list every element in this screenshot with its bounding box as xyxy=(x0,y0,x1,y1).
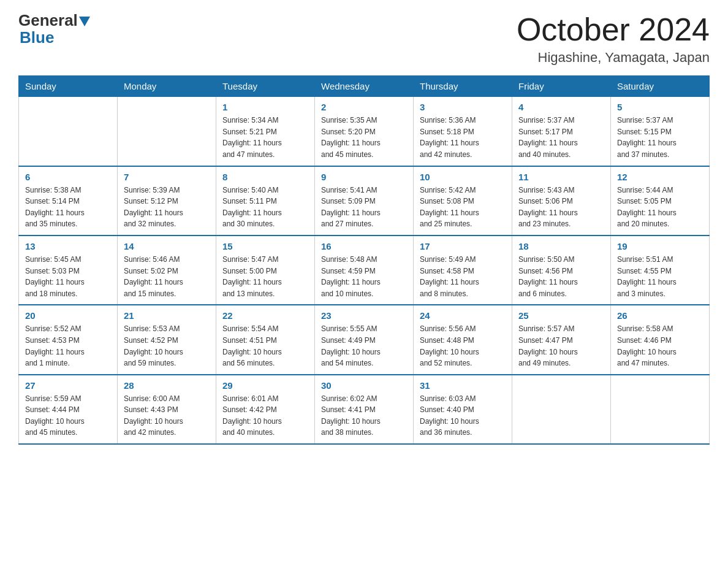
day-info: Sunrise: 5:39 AM Sunset: 5:12 PM Dayligh… xyxy=(124,185,210,230)
logo: General Blue xyxy=(18,12,91,47)
logo-general-text: General xyxy=(18,12,78,28)
calendar-cell: 15Sunrise: 5:47 AM Sunset: 5:00 PM Dayli… xyxy=(216,236,315,305)
day-number: 4 xyxy=(518,102,604,112)
day-info: Sunrise: 5:37 AM Sunset: 5:17 PM Dayligh… xyxy=(518,115,604,160)
calendar-cell: 7Sunrise: 5:39 AM Sunset: 5:12 PM Daylig… xyxy=(118,166,216,236)
day-info: Sunrise: 5:52 AM Sunset: 4:53 PM Dayligh… xyxy=(25,323,111,369)
calendar-cell: 25Sunrise: 5:57 AM Sunset: 4:47 PM Dayli… xyxy=(512,305,611,374)
calendar-cell: 31Sunrise: 6:03 AM Sunset: 4:40 PM Dayli… xyxy=(414,375,512,444)
calendar-header-row: SundayMondayTuesdayWednesdayThursdayFrid… xyxy=(19,76,710,97)
calendar-cell: 11Sunrise: 5:43 AM Sunset: 5:06 PM Dayli… xyxy=(512,166,611,236)
column-header-monday: Monday xyxy=(118,76,216,97)
day-number: 3 xyxy=(420,102,506,112)
day-number: 5 xyxy=(617,102,703,112)
day-info: Sunrise: 5:43 AM Sunset: 5:06 PM Dayligh… xyxy=(518,185,604,230)
title-block: October 2024 Higashine, Yamagata, Japan xyxy=(517,12,710,66)
day-info: Sunrise: 6:02 AM Sunset: 4:41 PM Dayligh… xyxy=(321,393,407,439)
day-info: Sunrise: 5:49 AM Sunset: 4:58 PM Dayligh… xyxy=(420,254,506,299)
calendar-cell: 27Sunrise: 5:59 AM Sunset: 4:44 PM Dayli… xyxy=(19,375,118,444)
calendar-cell xyxy=(611,375,710,444)
calendar-cell: 26Sunrise: 5:58 AM Sunset: 4:46 PM Dayli… xyxy=(611,305,710,374)
day-number: 26 xyxy=(617,310,703,321)
calendar-cell: 6Sunrise: 5:38 AM Sunset: 5:14 PM Daylig… xyxy=(19,166,118,236)
day-info: Sunrise: 5:38 AM Sunset: 5:14 PM Dayligh… xyxy=(25,185,111,230)
calendar-cell: 19Sunrise: 5:51 AM Sunset: 4:55 PM Dayli… xyxy=(611,236,710,305)
calendar-cell: 22Sunrise: 5:54 AM Sunset: 4:51 PM Dayli… xyxy=(216,305,315,374)
month-year-title: October 2024 xyxy=(517,12,710,47)
calendar-cell: 21Sunrise: 5:53 AM Sunset: 4:52 PM Dayli… xyxy=(118,305,216,374)
day-number: 22 xyxy=(222,310,308,321)
day-number: 7 xyxy=(124,172,210,182)
day-info: Sunrise: 5:41 AM Sunset: 5:09 PM Dayligh… xyxy=(321,185,407,230)
logo-blue-text: Blue xyxy=(20,28,54,47)
calendar-cell: 28Sunrise: 6:00 AM Sunset: 4:43 PM Dayli… xyxy=(118,375,216,444)
calendar-cell: 20Sunrise: 5:52 AM Sunset: 4:53 PM Dayli… xyxy=(19,305,118,374)
column-header-thursday: Thursday xyxy=(414,76,512,97)
day-info: Sunrise: 5:54 AM Sunset: 4:51 PM Dayligh… xyxy=(222,323,308,369)
day-info: Sunrise: 5:36 AM Sunset: 5:18 PM Dayligh… xyxy=(420,115,506,160)
day-number: 8 xyxy=(222,172,308,182)
column-header-sunday: Sunday xyxy=(19,76,118,97)
column-header-saturday: Saturday xyxy=(611,76,710,97)
calendar-cell: 29Sunrise: 6:01 AM Sunset: 4:42 PM Dayli… xyxy=(216,375,315,444)
column-header-tuesday: Tuesday xyxy=(216,76,315,97)
day-number: 14 xyxy=(124,241,210,251)
day-info: Sunrise: 6:03 AM Sunset: 4:40 PM Dayligh… xyxy=(420,393,506,439)
column-header-friday: Friday xyxy=(512,76,611,97)
day-number: 15 xyxy=(222,241,308,251)
calendar-table: SundayMondayTuesdayWednesdayThursdayFrid… xyxy=(18,75,710,445)
day-number: 17 xyxy=(420,241,506,251)
day-info: Sunrise: 5:34 AM Sunset: 5:21 PM Dayligh… xyxy=(222,115,308,160)
calendar-cell: 18Sunrise: 5:50 AM Sunset: 4:56 PM Dayli… xyxy=(512,236,611,305)
calendar-week-row: 6Sunrise: 5:38 AM Sunset: 5:14 PM Daylig… xyxy=(19,166,710,236)
day-info: Sunrise: 5:50 AM Sunset: 4:56 PM Dayligh… xyxy=(518,254,604,299)
day-number: 13 xyxy=(25,241,111,251)
day-number: 11 xyxy=(518,172,604,182)
calendar-cell: 12Sunrise: 5:44 AM Sunset: 5:05 PM Dayli… xyxy=(611,166,710,236)
calendar-cell: 10Sunrise: 5:42 AM Sunset: 5:08 PM Dayli… xyxy=(414,166,512,236)
day-number: 25 xyxy=(518,310,604,321)
calendar-week-row: 1Sunrise: 5:34 AM Sunset: 5:21 PM Daylig… xyxy=(19,97,710,166)
calendar-cell: 23Sunrise: 5:55 AM Sunset: 4:49 PM Dayli… xyxy=(315,305,414,374)
calendar-week-row: 27Sunrise: 5:59 AM Sunset: 4:44 PM Dayli… xyxy=(19,375,710,444)
calendar-cell: 9Sunrise: 5:41 AM Sunset: 5:09 PM Daylig… xyxy=(315,166,414,236)
calendar-cell: 16Sunrise: 5:48 AM Sunset: 4:59 PM Dayli… xyxy=(315,236,414,305)
calendar-cell: 2Sunrise: 5:35 AM Sunset: 5:20 PM Daylig… xyxy=(315,97,414,166)
calendar-cell: 3Sunrise: 5:36 AM Sunset: 5:18 PM Daylig… xyxy=(414,97,512,166)
calendar-cell: 24Sunrise: 5:56 AM Sunset: 4:48 PM Dayli… xyxy=(414,305,512,374)
day-number: 1 xyxy=(222,102,308,112)
calendar-week-row: 20Sunrise: 5:52 AM Sunset: 4:53 PM Dayli… xyxy=(19,305,710,374)
day-info: Sunrise: 5:51 AM Sunset: 4:55 PM Dayligh… xyxy=(617,254,703,299)
column-header-wednesday: Wednesday xyxy=(315,76,414,97)
calendar-cell xyxy=(118,97,216,166)
day-number: 27 xyxy=(25,380,111,391)
day-info: Sunrise: 6:01 AM Sunset: 4:42 PM Dayligh… xyxy=(222,393,308,439)
day-number: 6 xyxy=(25,172,111,182)
location-subtitle: Higashine, Yamagata, Japan xyxy=(517,50,710,66)
day-number: 2 xyxy=(321,102,407,112)
day-info: Sunrise: 5:55 AM Sunset: 4:49 PM Dayligh… xyxy=(321,323,407,369)
day-info: Sunrise: 5:57 AM Sunset: 4:47 PM Dayligh… xyxy=(518,323,604,369)
day-info: Sunrise: 5:37 AM Sunset: 5:15 PM Dayligh… xyxy=(617,115,703,160)
day-info: Sunrise: 5:40 AM Sunset: 5:11 PM Dayligh… xyxy=(222,185,308,230)
calendar-cell: 1Sunrise: 5:34 AM Sunset: 5:21 PM Daylig… xyxy=(216,97,315,166)
calendar-cell: 30Sunrise: 6:02 AM Sunset: 4:41 PM Dayli… xyxy=(315,375,414,444)
day-number: 18 xyxy=(518,241,604,251)
calendar-cell xyxy=(512,375,611,444)
day-info: Sunrise: 5:56 AM Sunset: 4:48 PM Dayligh… xyxy=(420,323,506,369)
day-info: Sunrise: 5:46 AM Sunset: 5:02 PM Dayligh… xyxy=(124,254,210,299)
page-header: General Blue October 2024 Higashine, Yam… xyxy=(18,12,710,66)
day-info: Sunrise: 6:00 AM Sunset: 4:43 PM Dayligh… xyxy=(124,393,210,439)
day-info: Sunrise: 5:48 AM Sunset: 4:59 PM Dayligh… xyxy=(321,254,407,299)
day-number: 19 xyxy=(617,241,703,251)
day-number: 31 xyxy=(420,380,506,391)
day-info: Sunrise: 5:45 AM Sunset: 5:03 PM Dayligh… xyxy=(25,254,111,299)
day-number: 23 xyxy=(321,310,407,321)
day-number: 12 xyxy=(617,172,703,182)
day-info: Sunrise: 5:42 AM Sunset: 5:08 PM Dayligh… xyxy=(420,185,506,230)
day-number: 28 xyxy=(124,380,210,391)
day-info: Sunrise: 5:35 AM Sunset: 5:20 PM Dayligh… xyxy=(321,115,407,160)
calendar-cell xyxy=(19,97,118,166)
day-number: 30 xyxy=(321,380,407,391)
logo-triangle-icon xyxy=(79,17,90,26)
